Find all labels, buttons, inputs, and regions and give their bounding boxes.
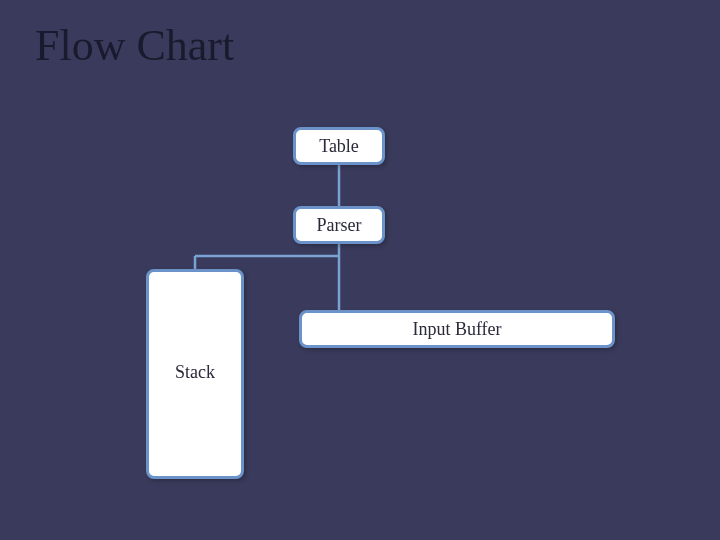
node-input-buffer: Input Buffer bbox=[299, 310, 615, 348]
node-table: Table bbox=[293, 127, 385, 165]
node-parser-label: Parser bbox=[317, 215, 362, 236]
node-parser: Parser bbox=[293, 206, 385, 244]
node-input-buffer-label: Input Buffer bbox=[412, 319, 501, 340]
node-table-label: Table bbox=[319, 136, 359, 157]
node-stack: Stack bbox=[146, 269, 244, 479]
page-title: Flow Chart bbox=[35, 20, 234, 71]
node-stack-label: Stack bbox=[175, 362, 215, 383]
connector-lines bbox=[0, 0, 720, 540]
